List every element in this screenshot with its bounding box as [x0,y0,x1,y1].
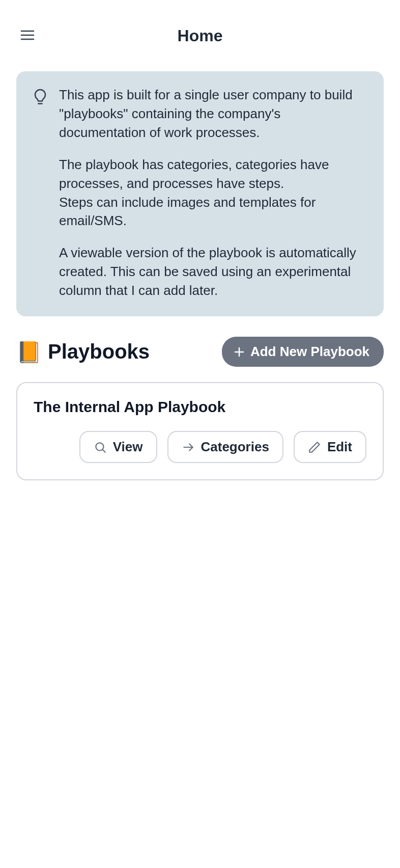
arrow-right-icon [182,441,195,454]
edit-button[interactable]: Edit [294,431,366,463]
info-text: This app is built for a single user comp… [59,86,367,300]
page-title: Home [16,26,384,45]
playbook-title: The Internal App Playbook [34,398,366,416]
info-paragraph: This app is built for a single user comp… [59,86,367,142]
add-playbook-label: Add New Playbook [250,344,369,360]
section-title-text: Playbooks [48,340,150,363]
playbook-card: The Internal App Playbook View Categorie… [16,382,384,480]
info-paragraph: Steps can include images and templates f… [59,193,367,231]
book-icon: 📙 [16,342,42,362]
info-box: This app is built for a single user comp… [16,71,384,316]
menu-button[interactable] [19,27,36,45]
section-title: 📙 Playbooks [16,340,150,363]
section-header: 📙 Playbooks Add New Playbook [16,337,384,367]
lightbulb-icon [33,86,48,300]
categories-label: Categories [201,439,269,455]
menu-icon [19,27,36,43]
categories-button[interactable]: Categories [167,431,283,463]
search-icon [94,441,107,454]
plus-icon [233,346,245,358]
svg-line-6 [102,449,105,452]
header: Home [16,0,384,71]
info-paragraph: A viewable version of the playbook is au… [59,243,367,300]
edit-label: Edit [327,439,352,455]
card-actions: View Categories Edit [34,431,366,463]
view-button[interactable]: View [79,431,157,463]
info-paragraph: The playbook has categories, categories … [59,155,367,193]
add-playbook-button[interactable]: Add New Playbook [222,337,384,367]
view-label: View [113,439,143,455]
pencil-icon [308,441,321,454]
